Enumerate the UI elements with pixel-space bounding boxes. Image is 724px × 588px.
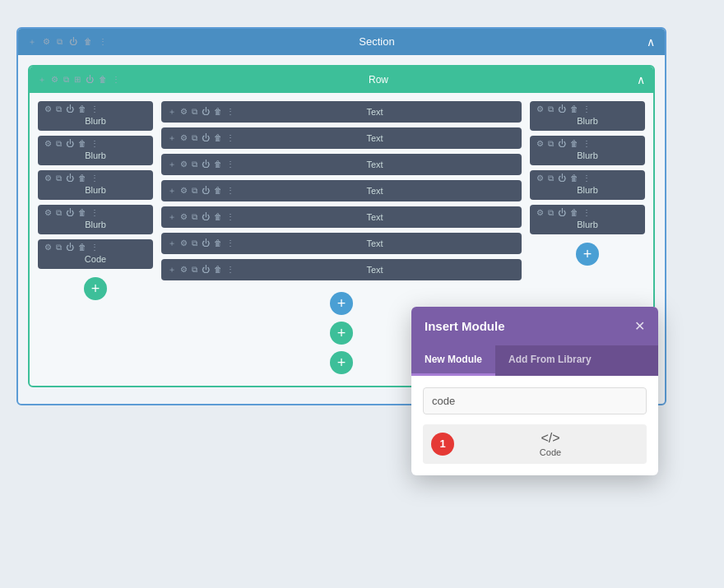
c-dots[interactable]: ⋮ [90, 243, 99, 252]
t2-trash[interactable]: 🗑 [214, 133, 222, 142]
section-power-icon[interactable]: ⏻ [69, 37, 77, 46]
t7-dots[interactable]: ⋮ [226, 265, 234, 274]
b3-dots[interactable]: ⋮ [90, 174, 99, 183]
row-plus-icon[interactable]: ＋ [38, 74, 46, 86]
b1-dots[interactable]: ⋮ [90, 104, 99, 113]
row-chevron-icon[interactable]: ∧ [637, 73, 645, 86]
blurb-module-2[interactable]: ⚙ ⧉ ⏻ 🗑 ⋮ Blurb [38, 136, 153, 165]
t4-trash[interactable]: 🗑 [214, 186, 222, 195]
b4-copy[interactable]: ⧉ [56, 208, 62, 218]
b1-power[interactable]: ⏻ [66, 104, 74, 113]
c-gear[interactable]: ⚙ [44, 243, 52, 252]
section-gear-icon[interactable]: ⚙ [43, 37, 50, 46]
t5-copy[interactable]: ⧉ [192, 212, 197, 222]
tab-add-from-library[interactable]: Add From Library [495, 345, 605, 376]
b4-trash[interactable]: 🗑 [78, 208, 86, 217]
t2-gear[interactable]: ⚙ [180, 133, 188, 142]
t3-trash[interactable]: 🗑 [214, 160, 222, 169]
br1-gear[interactable]: ⚙ [536, 104, 544, 113]
b3-gear[interactable]: ⚙ [44, 174, 52, 183]
b4-power[interactable]: ⏻ [66, 208, 74, 217]
b2-copy[interactable]: ⧉ [56, 139, 62, 149]
t4-plus[interactable]: ＋ [168, 185, 176, 197]
br2-gear[interactable]: ⚙ [536, 139, 544, 148]
left-col-add-button[interactable]: + [84, 277, 107, 300]
b3-power[interactable]: ⏻ [66, 174, 74, 183]
t7-copy[interactable]: ⧉ [192, 265, 197, 275]
t2-copy[interactable]: ⧉ [192, 133, 197, 143]
t7-gear[interactable]: ⚙ [180, 265, 188, 274]
section-chevron-icon[interactable]: ∧ [647, 35, 655, 49]
b2-gear[interactable]: ⚙ [44, 139, 52, 148]
text-module-3[interactable]: ＋ ⚙ ⧉ ⏻ 🗑 ⋮ Text [161, 154, 522, 175]
t4-copy[interactable]: ⧉ [192, 186, 197, 196]
t2-dots[interactable]: ⋮ [226, 133, 234, 142]
t7-power[interactable]: ⏻ [202, 265, 210, 274]
t5-plus[interactable]: ＋ [168, 211, 176, 223]
br2-power[interactable]: ⏻ [558, 139, 566, 148]
text-module-5[interactable]: ＋ ⚙ ⧉ ⏻ 🗑 ⋮ Text [161, 206, 522, 228]
text-module-1[interactable]: ＋ ⚙ ⧉ ⏻ 🗑 ⋮ Text [161, 101, 522, 123]
t5-trash[interactable]: 🗑 [214, 212, 222, 221]
t3-gear[interactable]: ⚙ [180, 160, 188, 169]
text-module-7[interactable]: ＋ ⚙ ⧉ ⏻ 🗑 ⋮ Text [161, 259, 522, 280]
section-plus-icon[interactable]: ＋ [28, 36, 36, 48]
c-copy[interactable]: ⧉ [56, 243, 62, 252]
b4-dots[interactable]: ⋮ [90, 208, 99, 217]
br3-trash[interactable]: 🗑 [570, 174, 578, 183]
middle-add-btn-1[interactable]: + [330, 292, 353, 315]
t5-gear[interactable]: ⚙ [180, 212, 188, 221]
middle-add-btn-3[interactable]: + [330, 351, 353, 374]
t4-dots[interactable]: ⋮ [226, 186, 234, 195]
blurb-module-3[interactable]: ⚙ ⧉ ⏻ 🗑 ⋮ Blurb [38, 170, 153, 200]
t3-power[interactable]: ⏻ [202, 160, 210, 169]
br4-trash[interactable]: 🗑 [570, 208, 578, 217]
t4-power[interactable]: ⏻ [202, 186, 210, 195]
b2-dots[interactable]: ⋮ [90, 139, 99, 148]
t6-trash[interactable]: 🗑 [214, 238, 222, 248]
row-copy-icon[interactable]: ⧉ [63, 75, 69, 85]
t6-power[interactable]: ⏻ [202, 238, 210, 248]
blurb-module-r1[interactable]: ⚙ ⧉ ⏻ 🗑 ⋮ Blurb [530, 101, 645, 131]
br3-gear[interactable]: ⚙ [536, 174, 544, 183]
tab-new-module[interactable]: New Module [411, 345, 495, 376]
t1-trash[interactable]: 🗑 [214, 107, 222, 116]
blurb-module-r3[interactable]: ⚙ ⧉ ⏻ 🗑 ⋮ Blurb [530, 170, 645, 200]
b1-trash[interactable]: 🗑 [78, 104, 86, 113]
br3-power[interactable]: ⏻ [558, 174, 566, 183]
code-module-result[interactable]: 1 </> Code [423, 424, 647, 464]
t2-power[interactable]: ⏻ [202, 133, 210, 142]
row-dots-icon[interactable]: ⋮ [112, 75, 120, 84]
code-module-left[interactable]: ⚙ ⧉ ⏻ 🗑 ⋮ Code [38, 239, 153, 269]
b1-gear[interactable]: ⚙ [44, 104, 52, 113]
t1-power[interactable]: ⏻ [202, 107, 210, 116]
t7-plus[interactable]: ＋ [168, 264, 176, 275]
b2-power[interactable]: ⏻ [66, 139, 74, 148]
row-gear-icon[interactable]: ⚙ [51, 75, 58, 84]
br1-copy[interactable]: ⧉ [548, 104, 554, 114]
t1-plus[interactable]: ＋ [168, 106, 176, 118]
row-grid-icon[interactable]: ⊞ [74, 75, 81, 84]
right-col-add-button[interactable]: + [576, 243, 599, 266]
t2-plus[interactable]: ＋ [168, 132, 176, 144]
t4-gear[interactable]: ⚙ [180, 186, 188, 195]
br2-dots[interactable]: ⋮ [582, 139, 591, 148]
b4-gear[interactable]: ⚙ [44, 208, 52, 217]
b3-trash[interactable]: 🗑 [78, 174, 86, 183]
row-trash-icon[interactable]: 🗑 [99, 75, 107, 84]
b2-trash[interactable]: 🗑 [78, 139, 86, 148]
t5-dots[interactable]: ⋮ [226, 212, 234, 221]
t6-gear[interactable]: ⚙ [180, 238, 188, 248]
t3-plus[interactable]: ＋ [168, 159, 176, 170]
b1-copy[interactable]: ⧉ [56, 104, 62, 114]
blurb-module-4[interactable]: ⚙ ⧉ ⏻ 🗑 ⋮ Blurb [38, 205, 153, 234]
text-module-4[interactable]: ＋ ⚙ ⧉ ⏻ 🗑 ⋮ Text [161, 180, 522, 201]
c-trash[interactable]: 🗑 [78, 243, 86, 252]
section-copy-icon[interactable]: ⧉ [57, 37, 63, 47]
br4-copy[interactable]: ⧉ [548, 208, 554, 218]
t3-dots[interactable]: ⋮ [226, 160, 234, 169]
br3-dots[interactable]: ⋮ [582, 174, 591, 183]
t1-gear[interactable]: ⚙ [180, 107, 188, 116]
t3-copy[interactable]: ⧉ [192, 160, 197, 169]
module-search-input[interactable] [423, 387, 647, 414]
